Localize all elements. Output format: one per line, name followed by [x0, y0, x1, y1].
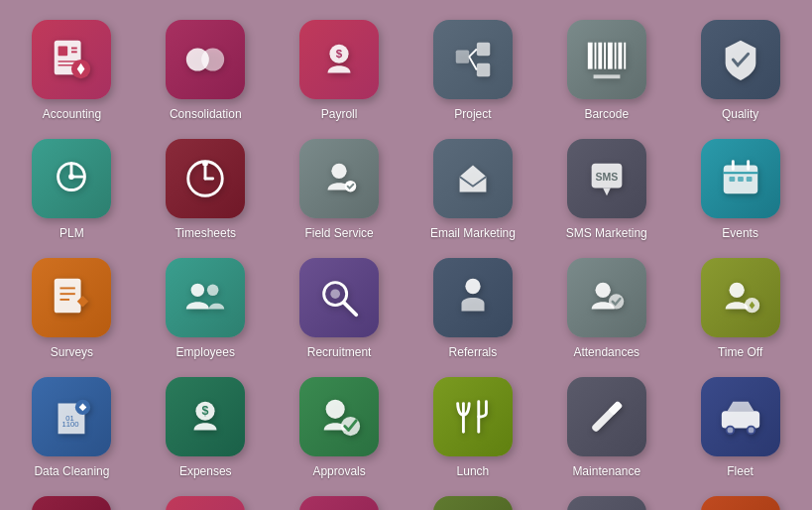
app-icon-barcode: [567, 20, 646, 99]
svg-point-29: [331, 164, 346, 179]
app-icon-timeoff: [701, 258, 780, 337]
app-label-13: Employees: [176, 345, 235, 359]
svg-point-45: [207, 285, 219, 297]
app-label-19: Expenses: [179, 464, 232, 478]
svg-rect-19: [604, 43, 606, 69]
app-label-20: Approvals: [312, 464, 365, 478]
app-icon-elearning: [433, 496, 513, 510]
app-item-approvals[interactable]: Approvals: [273, 367, 406, 486]
app-item-quality[interactable]: Quality: [673, 10, 807, 129]
app-item-surveys[interactable]: Surveys: [5, 248, 139, 367]
app-label-9: Email Marketing: [430, 226, 516, 240]
svg-text:SMS: SMS: [595, 171, 618, 183]
app-item-time-off[interactable]: Time Off: [673, 248, 807, 367]
svg-rect-11: [456, 50, 469, 63]
app-icon-payroll: $: [299, 20, 379, 99]
svg-text:1100: 1100: [62, 420, 79, 429]
app-item-accounting[interactable]: Accounting: [5, 10, 139, 129]
app-icon-esign: [32, 496, 111, 510]
svg-line-47: [344, 303, 356, 315]
app-item-email-marketing[interactable]: Email Marketing: [406, 129, 539, 248]
svg-point-8: [201, 49, 224, 71]
app-item-payroll[interactable]: $Payroll: [273, 10, 406, 129]
app-item-project[interactable]: Project: [406, 10, 539, 129]
app-icon-fieldservice: [299, 139, 379, 218]
app-label-22: Maintenance: [572, 464, 640, 478]
app-icon-members: [299, 496, 379, 510]
app-label-16: Attendances: [573, 345, 639, 359]
app-icon-consolidation: [166, 20, 245, 99]
svg-point-44: [191, 284, 204, 297]
app-item-barcode[interactable]: Barcode: [539, 10, 673, 129]
app-item-esign[interactable]: eSign: [5, 486, 139, 510]
app-icon-quality: [701, 20, 780, 99]
svg-rect-23: [624, 43, 626, 69]
app-label-4: Barcode: [584, 107, 629, 121]
svg-point-24: [69, 174, 75, 180]
svg-rect-40: [55, 279, 81, 314]
svg-rect-39: [746, 177, 752, 182]
svg-point-59: [326, 400, 345, 419]
app-icon-lunch: [433, 377, 513, 456]
app-item-referrals[interactable]: Referrals: [406, 248, 539, 367]
app-icon-blank: [567, 496, 646, 510]
svg-point-50: [595, 283, 610, 298]
svg-rect-17: [594, 43, 596, 69]
svg-rect-20: [608, 43, 613, 69]
app-item-field-service[interactable]: Field Service: [273, 129, 406, 248]
app-item-fleet[interactable]: Fleet: [673, 367, 807, 486]
svg-point-48: [330, 289, 340, 299]
svg-rect-65: [721, 411, 758, 428]
app-item-elearning[interactable]: eLearning: [406, 486, 539, 510]
app-item-recruitment[interactable]: Recruitment: [273, 248, 406, 367]
app-icon-surveys: [32, 258, 111, 337]
app-item-consolidation[interactable]: Consolidation: [139, 10, 273, 129]
app-label-21: Lunch: [457, 464, 490, 478]
app-item-expenses[interactable]: $Expenses: [139, 367, 273, 486]
app-label-5: Quality: [722, 107, 758, 121]
svg-line-15: [469, 57, 477, 69]
svg-point-69: [748, 428, 754, 434]
app-label-1: Consolidation: [170, 107, 242, 121]
app-icon-blank2: [701, 496, 780, 510]
app-icon-project: [433, 20, 513, 99]
app-item-events[interactable]: Events: [673, 129, 807, 248]
app-label-18: Data Cleaning: [34, 464, 109, 478]
app-icon-livechat: [166, 496, 245, 510]
svg-rect-38: [738, 177, 744, 182]
app-item-attendances[interactable]: Attendances: [539, 248, 673, 367]
app-label-15: Referrals: [449, 345, 498, 359]
app-icon-accounting: [32, 20, 111, 99]
app-icon-recruitment: [299, 258, 379, 337]
svg-rect-18: [598, 43, 602, 69]
svg-line-14: [469, 49, 477, 57]
app-item-live-chat[interactable]: Live Chat: [139, 486, 273, 510]
app-icon-expenses: $: [166, 377, 245, 456]
svg-text:$: $: [202, 404, 209, 418]
svg-point-49: [465, 279, 480, 294]
app-item-timesheets[interactable]: Timesheets: [139, 129, 273, 248]
svg-rect-22: [618, 43, 622, 69]
app-label-6: PLM: [59, 226, 84, 240]
app-label-0: Accounting: [43, 107, 101, 121]
app-label-7: Timesheets: [174, 226, 236, 240]
app-item-29[interactable]: [673, 486, 807, 510]
app-item-plm[interactable]: PLM: [5, 129, 139, 248]
app-label-3: Project: [454, 107, 491, 121]
app-item-employees[interactable]: Employees: [139, 248, 273, 367]
app-icon-datacleaning: 011100: [32, 377, 111, 456]
svg-rect-13: [477, 64, 490, 76]
app-item-28[interactable]: [539, 486, 673, 510]
app-icon-timesheets: [166, 139, 245, 218]
svg-point-67: [727, 428, 733, 434]
app-label-11: Events: [722, 226, 758, 240]
app-item-lunch[interactable]: Lunch: [406, 367, 539, 486]
app-item-data-cleaning[interactable]: 011100Data Cleaning: [5, 367, 139, 486]
svg-point-28: [202, 161, 208, 167]
app-label-2: Payroll: [321, 107, 358, 121]
app-item-members[interactable]: Members: [273, 486, 406, 510]
svg-rect-64: [590, 401, 623, 434]
app-item-sms-marketing[interactable]: SMSSMS Marketing: [539, 129, 673, 248]
app-icon-approvals: [299, 377, 379, 456]
app-item-maintenance[interactable]: Maintenance: [539, 367, 673, 486]
